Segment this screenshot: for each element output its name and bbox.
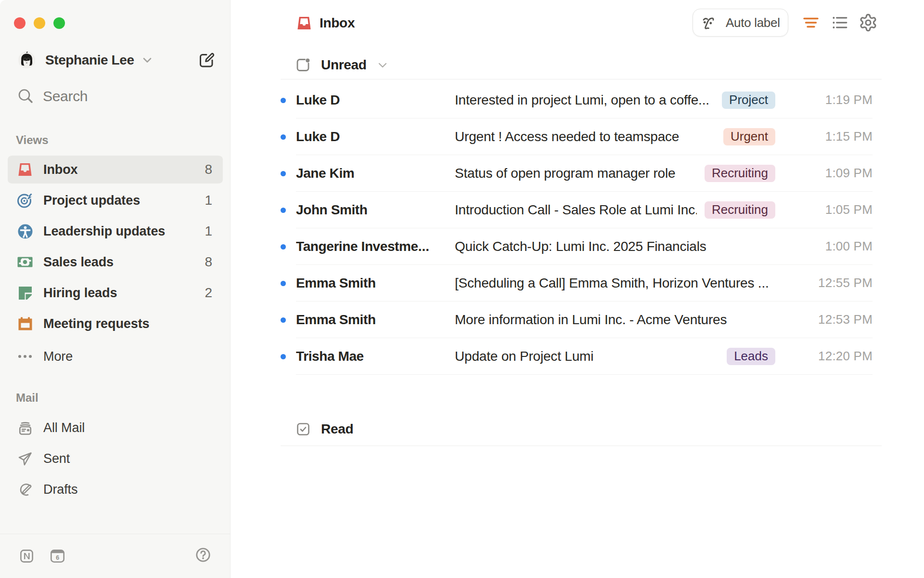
svg-text:6: 6	[56, 554, 59, 561]
